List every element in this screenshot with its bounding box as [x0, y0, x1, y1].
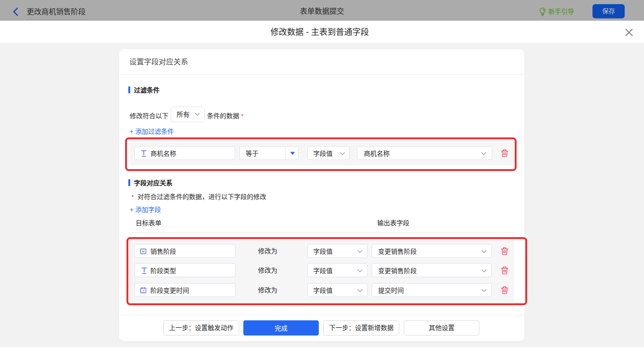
svg-text:7: 7	[142, 289, 144, 293]
